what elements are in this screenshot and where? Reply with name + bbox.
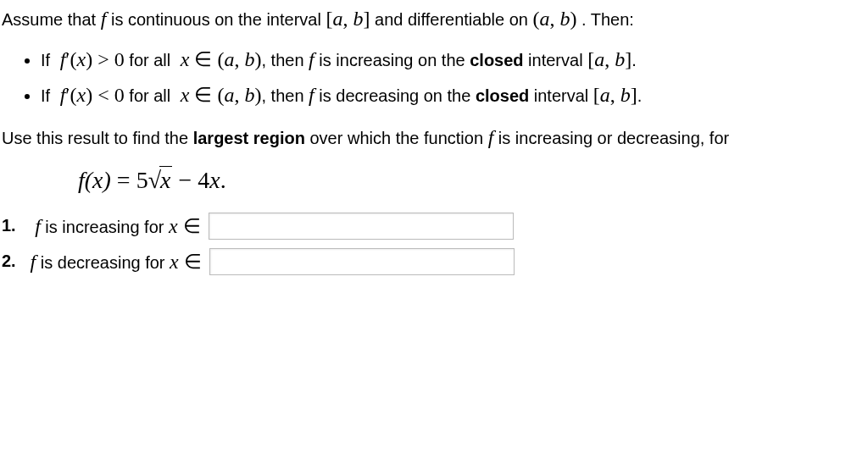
text: is increasing on the [319,51,470,69]
text: interval [529,86,593,105]
question-text: f is decreasing for x ∈ [25,250,206,274]
text: Assume that [2,10,101,29]
text: , then [261,51,309,69]
prompt-paragraph: Use this result to find the largest regi… [2,124,866,151]
text: and differentiable on [375,10,532,29]
equation-block: f(x) = 5√x − 4x. [78,167,866,194]
text: over which the function [305,129,488,147]
symbol-f: f [101,8,107,30]
question-row: 1. f is increasing for x ∈ [2,213,866,240]
text: is decreasing for [36,253,170,272]
bullet-item: If f′(x) < 0 for all x ∈ (a, b), then f … [41,80,866,110]
answer-input-increasing[interactable] [209,213,514,240]
text: is continuous on the interval [111,10,326,29]
text: If [41,86,55,105]
symbol-f: f [309,84,314,106]
x-in: x ∈ [170,251,202,273]
text: . Then: [581,10,634,29]
text: is decreasing on the [319,86,476,105]
closed-word: closed [470,51,523,69]
text: is increasing or decreasing, for [498,129,729,147]
question-row: 2. f is decreasing for x ∈ [2,248,866,275]
interval-closed-ab: [a, b] [593,84,637,106]
equation: f(x) = 5√x − 4x. [78,167,226,193]
closed-word: closed [476,86,529,105]
sqrt-arg: x [159,166,172,193]
bullet-list: If f′(x) > 0 for all x ∈ (a, b), then f … [2,44,866,110]
x-in: x ∈ [169,215,201,237]
text: If [41,51,55,69]
text: Use this result to find the [2,129,193,147]
text: for all [129,51,175,69]
condition: f′(x) < 0 [55,84,125,106]
text: . [632,51,637,69]
text: , then [261,86,309,105]
x-in: x ∈ (a, b) [175,84,262,106]
eqn-rhs: − 4x. [172,167,225,193]
symbol-f: f [35,215,41,237]
answer-input-decreasing[interactable] [209,248,515,275]
interval-open-ab: (a, b) [532,8,576,30]
interval-closed-ab: [a, b] [587,48,632,70]
intro-paragraph: Assume that f is continuous on the inter… [2,5,866,32]
sqrt: √x [148,167,173,194]
text: . [637,86,643,105]
largest-region: largest region [193,129,305,147]
question-number: 1. [2,216,25,235]
condition: f′(x) > 0 [55,48,125,70]
interval-closed-ab: [a, b] [326,8,370,30]
x-in: x ∈ (a, b) [175,48,262,70]
text: for all [129,86,175,105]
bullet-item: If f′(x) > 0 for all x ∈ (a, b), then f … [41,44,866,75]
symbol-f: f [309,48,314,70]
eqn-lhs: f(x) = 5 [78,167,148,193]
text: interval [524,51,588,69]
question-text: f is increasing for x ∈ [25,214,205,238]
text: is increasing for [41,218,169,236]
question-number: 2. [2,252,25,271]
symbol-f: f [488,126,494,148]
